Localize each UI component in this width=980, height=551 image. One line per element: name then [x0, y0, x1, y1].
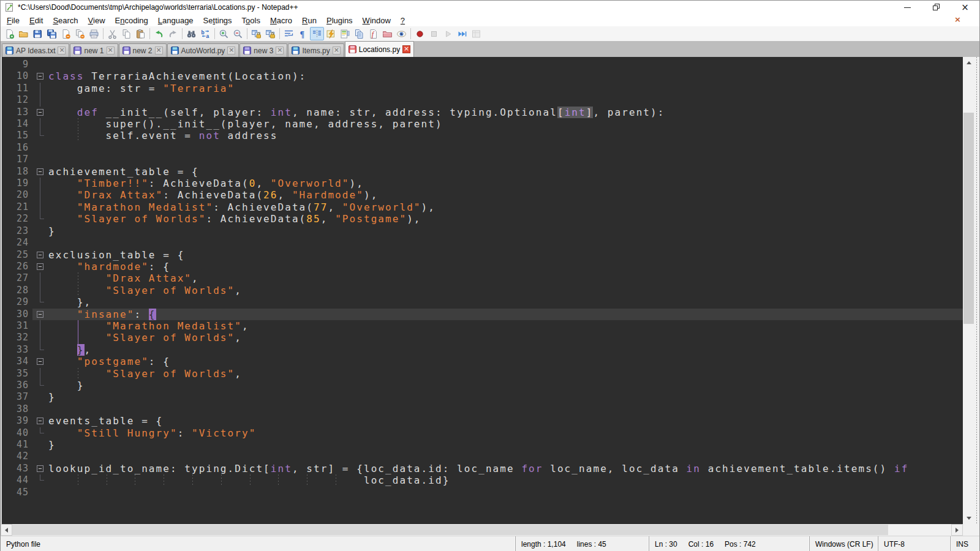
fold-toggle-icon[interactable]: [32, 166, 48, 178]
code-text[interactable]: [48, 451, 964, 462]
close-document-icon[interactable]: ×: [954, 15, 961, 24]
tab-autoworld-py[interactable]: AutoWorld.py×: [167, 43, 239, 57]
code-text[interactable]: }: [48, 391, 964, 403]
tab-close-icon[interactable]: ×: [333, 47, 341, 54]
code-text[interactable]: },: [48, 296, 964, 308]
menu-search[interactable]: Search: [48, 15, 83, 26]
code-text[interactable]: }: [48, 439, 964, 451]
menu-tools[interactable]: Tools: [237, 15, 265, 26]
replace-icon[interactable]: ba: [198, 27, 213, 40]
close-all-icon[interactable]: [73, 27, 87, 40]
menu-language[interactable]: Language: [153, 15, 198, 26]
document-map-icon[interactable]: [338, 27, 352, 40]
code-text[interactable]: "hardmode": {: [48, 261, 964, 272]
code-text[interactable]: exclusion_table = {: [48, 249, 964, 261]
code-text[interactable]: "Slayer of Worlds": AchieveData(85, "Pos…: [48, 213, 964, 225]
paste-icon[interactable]: [134, 27, 148, 40]
code-text[interactable]: [48, 237, 964, 249]
scroll-left-icon[interactable]: [1, 524, 12, 536]
tab-items-py[interactable]: Items.py×: [288, 43, 344, 57]
copy-icon[interactable]: [119, 27, 134, 40]
code-text[interactable]: "Slayer of Worlds",: [48, 285, 964, 296]
cut-icon[interactable]: [105, 27, 119, 40]
zoom-in-icon[interactable]: [217, 27, 231, 40]
code-text[interactable]: "Slayer of Worlds",: [48, 368, 964, 380]
code-text[interactable]: def __init__(self, player: int, name: st…: [48, 107, 964, 118]
save-all-icon[interactable]: [45, 27, 59, 40]
code-text[interactable]: "Drax Attax",: [48, 272, 964, 284]
undo-icon[interactable]: [152, 27, 166, 40]
code-text[interactable]: [48, 142, 964, 154]
code-text[interactable]: "Slayer of Worlds",: [48, 332, 964, 343]
code-text[interactable]: }: [48, 225, 964, 237]
tab-close-icon[interactable]: ×: [227, 47, 235, 54]
menu-run[interactable]: Run: [297, 15, 322, 26]
find-icon[interactable]: [184, 27, 198, 40]
tab-new-2[interactable]: new 2×: [119, 43, 167, 57]
menu-settings[interactable]: Settings: [198, 15, 237, 26]
menu-file[interactable]: File: [2, 15, 24, 26]
print-icon[interactable]: [87, 27, 101, 40]
code-text[interactable]: [48, 403, 964, 415]
tab-ap-ideas-txt[interactable]: AP Ideas.txt×: [2, 43, 69, 57]
fold-toggle-icon[interactable]: [32, 415, 48, 427]
menu-view[interactable]: View: [83, 15, 110, 26]
code-text[interactable]: "Marathon Medalist",: [48, 320, 964, 332]
macro-play-icon[interactable]: [441, 27, 455, 40]
editor-pane[interactable]: 910class TerrariaAchievement(Location):1…: [1, 57, 979, 524]
indent-guide-icon[interactable]: [310, 27, 324, 40]
code-text[interactable]: self.event = not address: [48, 130, 964, 141]
tab-close-icon[interactable]: ×: [107, 47, 115, 54]
code-text[interactable]: },: [48, 344, 964, 356]
menu-macro[interactable]: Macro: [265, 15, 297, 26]
folder-as-workspace-icon[interactable]: [380, 27, 394, 40]
menu-plugins[interactable]: Plugins: [322, 15, 358, 26]
tab-locations-py[interactable]: Locations.py×: [345, 41, 414, 57]
code-text[interactable]: "Still Hungry": "Victory": [48, 427, 964, 439]
tab-close-icon[interactable]: ×: [276, 47, 284, 54]
code-text[interactable]: achievement_table = {: [48, 166, 964, 178]
sync-horizontal-icon[interactable]: [263, 27, 277, 40]
document-list-icon[interactable]: [352, 27, 366, 40]
close-button[interactable]: ×: [951, 1, 979, 14]
code-text[interactable]: "Marathon Medalist": AchieveData(77, "Ov…: [48, 201, 964, 213]
scroll-up-icon[interactable]: [963, 57, 974, 69]
tab-new-1[interactable]: new 1×: [70, 43, 118, 57]
code-text[interactable]: events_table = {: [48, 415, 964, 427]
code-text[interactable]: loc_data.id}: [48, 474, 964, 486]
menu-help[interactable]: ?: [396, 15, 410, 26]
close-file-icon[interactable]: [59, 27, 73, 40]
fold-toggle-icon[interactable]: [32, 356, 48, 367]
menu-edit[interactable]: Edit: [24, 15, 48, 26]
zoom-out-icon[interactable]: [231, 27, 245, 40]
code-text[interactable]: "postgame": {: [48, 356, 964, 367]
horizontal-scrollbar[interactable]: [1, 524, 979, 536]
vertical-scroll-thumb[interactable]: [963, 113, 974, 324]
fold-toggle-icon[interactable]: [32, 261, 48, 272]
restore-button[interactable]: [922, 1, 951, 14]
fold-toggle-icon[interactable]: [32, 463, 48, 474]
macro-save-icon[interactable]: [469, 27, 483, 40]
scroll-down-icon[interactable]: [963, 512, 974, 524]
new-file-icon[interactable]: [2, 27, 17, 40]
macro-run-multiple-icon[interactable]: [455, 27, 469, 40]
scroll-right-icon[interactable]: [951, 524, 963, 536]
user-defined-language-icon[interactable]: [324, 27, 338, 40]
save-icon[interactable]: [31, 27, 45, 40]
file-monitoring-icon[interactable]: [394, 27, 409, 40]
fold-toggle-icon[interactable]: [32, 70, 48, 82]
menu-window[interactable]: Window: [358, 15, 396, 26]
tab-close-icon[interactable]: ×: [402, 45, 410, 53]
show-all-characters-icon[interactable]: ¶: [296, 27, 310, 40]
code-text[interactable]: "insane": {: [48, 309, 964, 320]
vertical-scrollbar[interactable]: [963, 57, 974, 524]
code-text[interactable]: }: [48, 380, 964, 391]
function-list-icon[interactable]: f: [366, 27, 380, 40]
code-text[interactable]: "Drax Attax": AchieveData(26, "Hardmode"…: [48, 189, 964, 201]
code-area[interactable]: 910class TerrariaAchievement(Location):1…: [2, 59, 964, 498]
fold-toggle-icon[interactable]: [32, 249, 48, 261]
menu-encoding[interactable]: Encoding: [110, 15, 153, 26]
tab-close-icon[interactable]: ×: [58, 47, 66, 54]
fold-toggle-icon[interactable]: [32, 107, 48, 118]
code-text[interactable]: [48, 59, 964, 70]
